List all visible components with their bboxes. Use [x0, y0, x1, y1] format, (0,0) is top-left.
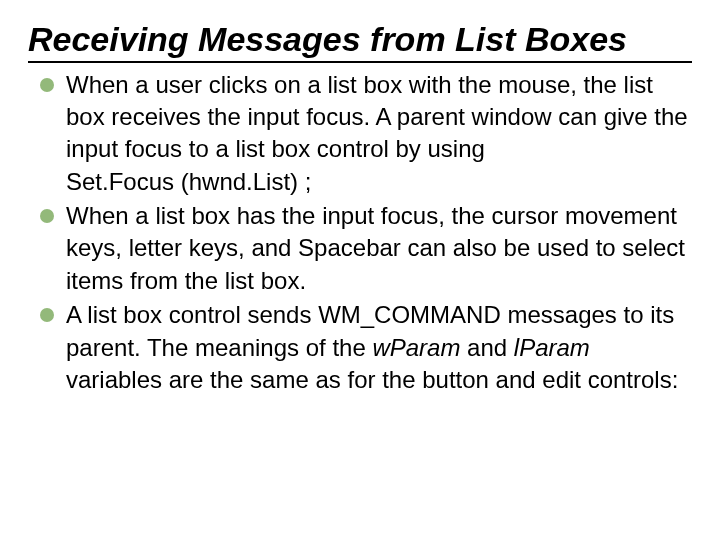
bullet-text: When a user clicks on a list box with th… [66, 71, 688, 163]
bullet-text: and [460, 334, 513, 361]
list-item: When a user clicks on a list box with th… [40, 69, 692, 199]
list-item: When a list box has the input focus, the… [40, 200, 692, 297]
italic-term: lParam [514, 334, 590, 361]
page-title: Receiving Messages from List Boxes [28, 18, 692, 63]
bullet-list: When a user clicks on a list box with th… [28, 69, 692, 397]
bullet-code: Set.Focus (hwnd.List) ; [66, 168, 311, 195]
slide: Receiving Messages from List Boxes When … [0, 0, 720, 396]
italic-term: wParam [372, 334, 460, 361]
bullet-text: variables are the same as for the button… [66, 366, 678, 393]
list-item: A list box control sends WM_COMMAND mess… [40, 299, 692, 396]
bullet-text: When a list box has the input focus, the… [66, 202, 685, 294]
